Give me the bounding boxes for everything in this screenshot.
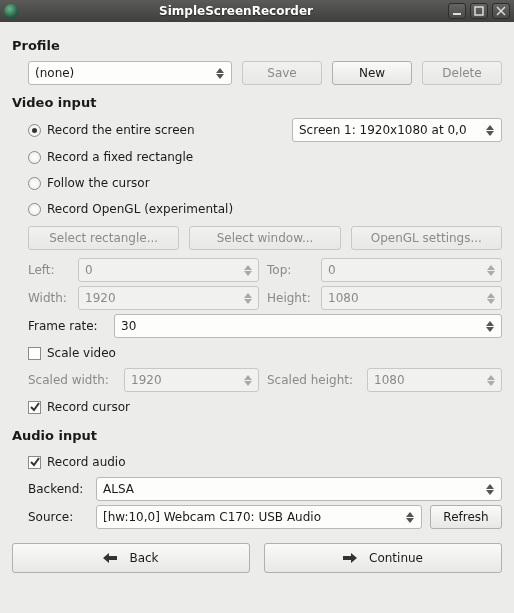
select-rectangle-button: Select rectangle...: [28, 226, 179, 250]
radio-opengl[interactable]: Record OpenGL (experimental): [28, 198, 233, 220]
scale-video-checkbox[interactable]: Scale video: [28, 342, 116, 364]
checkbox-icon: [28, 456, 41, 469]
svg-rect-1: [475, 7, 483, 15]
top-input: [321, 258, 502, 282]
updown-icon: [403, 512, 417, 523]
svg-marker-5: [216, 74, 224, 79]
radio-icon: [28, 177, 41, 190]
minimize-button[interactable]: [448, 3, 466, 19]
left-input: [78, 258, 259, 282]
maximize-icon: [474, 6, 484, 16]
refresh-button[interactable]: Refresh: [430, 505, 502, 529]
svg-marker-7: [486, 131, 494, 136]
profile-select-value: (none): [35, 66, 74, 80]
svg-marker-17: [486, 327, 494, 332]
minimize-icon: [452, 6, 462, 16]
svg-marker-13: [244, 299, 252, 304]
svg-marker-23: [486, 490, 494, 495]
backend-select[interactable]: ALSA: [96, 477, 502, 501]
audio-section: Record audio Backend: ALSA Source: [hw:1…: [12, 451, 502, 529]
source-select[interactable]: [hw:10,0] Webcam C170: USB Audio: [96, 505, 422, 529]
scaled-height-value: [374, 373, 484, 387]
left-label: Left:: [28, 263, 70, 277]
close-icon: [496, 6, 506, 16]
svg-marker-10: [487, 265, 495, 270]
arrow-right-icon: [343, 553, 357, 563]
backend-label: Backend:: [28, 482, 88, 496]
framerate-input[interactable]: [114, 314, 502, 338]
radio-fixed-rect[interactable]: Record a fixed rectangle: [28, 146, 193, 168]
svg-marker-26: [103, 553, 117, 563]
spin-icon: [484, 265, 497, 276]
radio-rect-label: Record a fixed rectangle: [47, 150, 193, 164]
screen-select[interactable]: Screen 1: 1920x1080 at 0,0: [292, 118, 502, 142]
top-value: [328, 263, 484, 277]
record-cursor-checkbox[interactable]: Record cursor: [28, 396, 130, 418]
maximize-button[interactable]: [470, 3, 488, 19]
svg-marker-16: [486, 321, 494, 326]
radio-follow-cursor[interactable]: Follow the cursor: [28, 172, 150, 194]
close-button[interactable]: [492, 3, 510, 19]
svg-marker-11: [487, 271, 495, 276]
record-cursor-label: Record cursor: [47, 400, 130, 414]
svg-marker-21: [487, 381, 495, 386]
updown-icon: [213, 68, 227, 79]
select-window-button: Select window...: [189, 226, 340, 250]
svg-marker-8: [244, 265, 252, 270]
video-heading: Video input: [12, 95, 502, 110]
svg-marker-22: [486, 484, 494, 489]
width-input: [78, 286, 259, 310]
svg-marker-14: [487, 293, 495, 298]
window-buttons: [448, 3, 510, 19]
spin-icon: [484, 375, 497, 386]
height-value: [328, 291, 484, 305]
source-value: [hw:10,0] Webcam C170: USB Audio: [103, 510, 321, 524]
scale-video-label: Scale video: [47, 346, 116, 360]
profile-row: (none) Save New Delete: [12, 61, 502, 85]
svg-marker-18: [244, 375, 252, 380]
scaled-width-value: [131, 373, 241, 387]
app-icon: [4, 4, 18, 18]
height-input: [321, 286, 502, 310]
continue-label: Continue: [369, 551, 423, 565]
footer: Back Continue: [12, 543, 502, 573]
radio-cursor-label: Follow the cursor: [47, 176, 150, 190]
radio-entire-screen[interactable]: Record the entire screen: [28, 119, 195, 141]
continue-button[interactable]: Continue: [264, 543, 502, 573]
height-label: Height:: [267, 291, 313, 305]
radio-icon: [28, 124, 41, 137]
profile-select[interactable]: (none): [28, 61, 232, 85]
framerate-value[interactable]: [121, 319, 484, 333]
spin-icon: [241, 265, 254, 276]
scaled-height-input: [367, 368, 502, 392]
scaled-width-label: Scaled width:: [28, 373, 116, 387]
svg-marker-12: [244, 293, 252, 298]
opengl-settings-button: OpenGL settings...: [351, 226, 502, 250]
radio-opengl-label: Record OpenGL (experimental): [47, 202, 233, 216]
checkbox-icon: [28, 347, 41, 360]
width-label: Width:: [28, 291, 70, 305]
checkbox-icon: [28, 401, 41, 414]
arrow-left-icon: [103, 553, 117, 563]
svg-marker-24: [406, 512, 414, 517]
spin-icon: [241, 293, 254, 304]
radio-icon: [28, 151, 41, 164]
svg-marker-25: [406, 518, 414, 523]
width-value: [85, 291, 241, 305]
svg-marker-9: [244, 271, 252, 276]
source-label: Source:: [28, 510, 88, 524]
top-label: Top:: [267, 263, 313, 277]
window-title: SimpleScreenRecorder: [24, 4, 448, 18]
record-audio-checkbox[interactable]: Record audio: [28, 451, 126, 473]
radio-entire-label: Record the entire screen: [47, 123, 195, 137]
svg-marker-27: [343, 553, 357, 563]
new-button[interactable]: New: [332, 61, 412, 85]
spin-icon[interactable]: [484, 321, 498, 332]
spin-icon: [484, 293, 497, 304]
delete-button: Delete: [422, 61, 502, 85]
back-button[interactable]: Back: [12, 543, 250, 573]
framerate-label: Frame rate:: [28, 319, 106, 333]
svg-marker-4: [216, 68, 224, 73]
svg-marker-15: [487, 299, 495, 304]
radio-icon: [28, 203, 41, 216]
